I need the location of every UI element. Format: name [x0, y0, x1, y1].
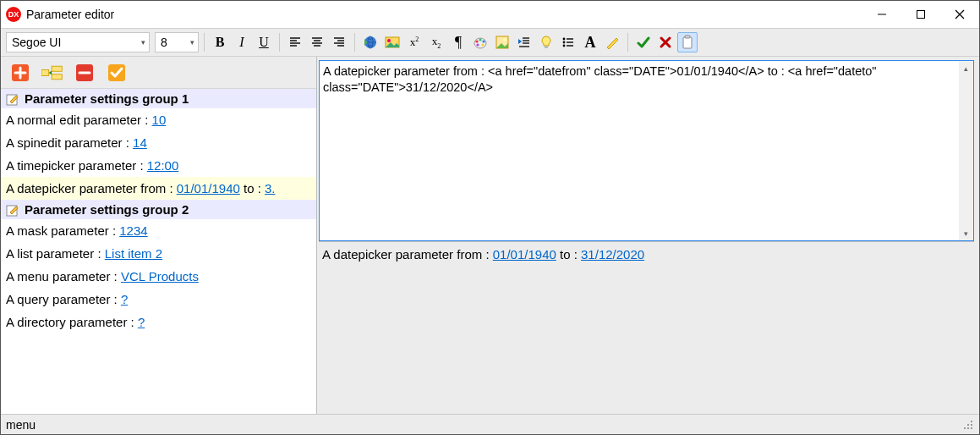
param-row[interactable]: A timepicker parameter : 12:00 — [1, 154, 316, 177]
resize-grip-icon[interactable] — [962, 419, 974, 431]
group-header[interactable]: Parameter settings group 2 — [1, 200, 316, 219]
hyperlink-button[interactable] — [360, 32, 381, 52]
svg-rect-1 — [917, 11, 925, 19]
underline-button[interactable]: U — [254, 32, 274, 52]
chevron-down-icon: ▾ — [141, 38, 145, 47]
clipboard-button[interactable] — [677, 32, 698, 52]
highlighter-button[interactable] — [602, 32, 622, 52]
param-row[interactable]: A query parameter : ? — [1, 288, 316, 311]
param-value-link[interactable]: 14 — [133, 135, 147, 150]
image-button[interactable] — [382, 32, 402, 52]
reject-button[interactable] — [655, 32, 676, 52]
svg-point-24 — [482, 40, 485, 42]
editor-box[interactable]: A datepicker parameter from : <a href="d… — [319, 60, 974, 241]
font-button[interactable]: A — [580, 32, 600, 52]
param-value-link[interactable]: VCL Products — [121, 269, 199, 284]
svg-rect-47 — [52, 66, 62, 71]
scroll-up-icon[interactable]: ▴ — [959, 61, 973, 75]
font-name-select[interactable]: Segoe UI ▾ — [6, 32, 150, 52]
svg-point-36 — [563, 45, 566, 47]
indent-button[interactable] — [514, 32, 534, 52]
window-title: Parameter editor — [26, 8, 114, 21]
group-title: Parameter settings group 1 — [25, 91, 189, 106]
italic-button[interactable]: I — [232, 32, 252, 52]
param-row[interactable]: A menu parameter : VCL Products — [1, 265, 316, 288]
edit-icon — [6, 203, 19, 217]
font-name-value: Segoe UI — [12, 36, 61, 49]
preview-text: A datepicker parameter from : — [322, 247, 493, 262]
chevron-down-icon: ▾ — [190, 38, 194, 47]
left-panel: Parameter settings group 1 A normal edit… — [1, 57, 317, 414]
svg-rect-55 — [971, 421, 972, 422]
svg-rect-48 — [52, 74, 62, 79]
svg-rect-57 — [971, 424, 972, 426]
svg-rect-56 — [967, 424, 969, 426]
svg-rect-42 — [683, 37, 692, 48]
align-right-button[interactable] — [329, 32, 349, 52]
right-panel: A datepicker parameter from : <a href="d… — [317, 57, 979, 414]
toolbar-separator — [279, 33, 280, 52]
param-value-link[interactable]: ? — [121, 292, 128, 306]
svg-point-34 — [563, 38, 566, 41]
param-row[interactable]: A directory parameter : ? — [1, 311, 316, 333]
bold-button[interactable]: B — [210, 32, 230, 52]
preview-link[interactable]: 01/01/1940 — [493, 247, 556, 262]
add-button[interactable] — [9, 62, 31, 84]
vertical-scrollbar[interactable]: ▴ ▾ — [959, 61, 973, 240]
hint-button[interactable] — [536, 32, 556, 52]
align-left-button[interactable] — [285, 32, 305, 52]
svg-rect-60 — [971, 427, 972, 429]
subscript-button[interactable]: x2 — [426, 32, 446, 52]
parameter-tree[interactable]: Parameter settings group 1 A normal edit… — [1, 89, 316, 414]
remove-button[interactable] — [74, 62, 96, 84]
svg-point-22 — [475, 40, 478, 42]
param-value-link[interactable]: ? — [138, 315, 145, 329]
preview-link[interactable]: 31/12/2020 — [581, 247, 644, 262]
font-size-value: 8 — [161, 36, 167, 49]
param-value-link[interactable]: 01/01/1940 — [177, 181, 240, 195]
param-row-selected[interactable]: A datepicker parameter from : 01/01/1940… — [1, 177, 316, 200]
pilcrow-button[interactable]: ¶ — [448, 32, 468, 52]
param-row[interactable]: A normal edit parameter : 10 — [1, 108, 316, 131]
close-button[interactable] — [940, 1, 979, 28]
font-size-select[interactable]: 8 ▾ — [155, 32, 199, 52]
group-title: Parameter settings group 2 — [25, 202, 189, 217]
background-color-button[interactable] — [492, 32, 512, 52]
svg-point-35 — [563, 41, 566, 44]
accept-button[interactable] — [633, 32, 654, 52]
list-button[interactable] — [558, 32, 578, 52]
param-value-link[interactable]: 10 — [152, 113, 167, 127]
group-header[interactable]: Parameter settings group 1 — [1, 89, 316, 108]
svg-rect-33 — [545, 46, 548, 48]
param-value-link[interactable]: 1234 — [119, 223, 147, 238]
param-row[interactable]: A spinedit parameter : 14 — [1, 131, 316, 154]
minimize-button[interactable] — [862, 1, 901, 28]
color-button[interactable] — [470, 32, 490, 52]
left-toolbar — [1, 57, 316, 89]
maximize-button[interactable] — [901, 1, 940, 28]
svg-point-20 — [387, 39, 391, 42]
toolbar-separator — [354, 33, 355, 52]
svg-rect-59 — [967, 427, 969, 429]
superscript-button[interactable]: x2 — [404, 32, 424, 52]
preview-pane: A datepicker parameter from : 01/01/1940… — [319, 241, 974, 414]
svg-point-25 — [481, 43, 484, 46]
window: DX Parameter editor Segoe UI ▾ 8 ▾ B I — [0, 0, 980, 435]
svg-rect-43 — [685, 36, 690, 38]
editor-text[interactable]: A datepicker parameter from : <a href="d… — [320, 61, 973, 98]
titlebar: DX Parameter editor — [1, 1, 979, 28]
param-value-link[interactable]: List item 2 — [105, 246, 162, 261]
param-value-link[interactable]: 3. — [265, 181, 276, 195]
param-row[interactable]: A mask parameter : 1234 — [1, 219, 316, 242]
param-value-link[interactable]: 12:00 — [147, 158, 179, 173]
align-center-button[interactable] — [307, 32, 327, 52]
param-row[interactable]: A list parameter : List item 2 — [1, 242, 316, 265]
format-toolbar: Segoe UI ▾ 8 ▾ B I U x2 x2 ¶ — [1, 28, 979, 57]
toolbar-separator — [204, 33, 205, 52]
content-area: Parameter settings group 1 A normal edit… — [1, 57, 979, 414]
apply-button[interactable] — [106, 62, 128, 84]
insert-button[interactable] — [41, 62, 63, 84]
status-text: menu — [6, 418, 36, 432]
scroll-down-icon[interactable]: ▾ — [959, 226, 973, 240]
window-controls — [862, 1, 979, 28]
